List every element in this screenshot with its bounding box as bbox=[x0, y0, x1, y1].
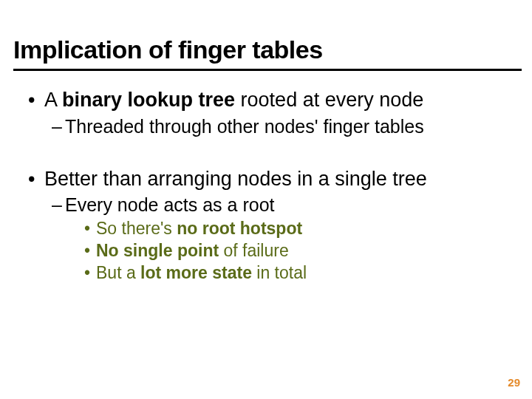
b1-pre: A bbox=[44, 89, 62, 111]
c3-bold: lot more state bbox=[140, 263, 252, 282]
mini-bullet-icon: • bbox=[84, 240, 96, 262]
c2-post: of failure bbox=[219, 241, 289, 260]
slide-body: •A binary lookup tree rooted at every no… bbox=[28, 87, 510, 284]
b2-sub-text: Every node acts as a root bbox=[65, 194, 274, 215]
title-underline bbox=[13, 69, 522, 71]
c3-pre: But a bbox=[96, 263, 140, 282]
bullet-dot-icon: • bbox=[28, 166, 44, 192]
mini-bullet-icon: • bbox=[84, 262, 96, 284]
c3-post: in total bbox=[252, 263, 307, 282]
subsub-3: •But a lot more state in total bbox=[84, 262, 510, 284]
c1-pre: So there's bbox=[96, 219, 177, 238]
spacer bbox=[28, 138, 510, 166]
b1-sub-text: Threaded through other nodes' finger tab… bbox=[65, 116, 424, 137]
b2-text: Better than arranging nodes in a single … bbox=[44, 168, 427, 190]
page-number: 29 bbox=[508, 376, 520, 389]
subsub-1: •So there's no root hotspot bbox=[84, 218, 510, 240]
b1-post: rooted at every node bbox=[235, 89, 423, 111]
c2-bold: No single point bbox=[96, 241, 219, 260]
slide: Implication of finger tables •A binary l… bbox=[0, 0, 532, 399]
mini-bullet-icon: • bbox=[84, 218, 96, 240]
dash-icon: – bbox=[52, 115, 65, 138]
bullet-dot-icon: • bbox=[28, 87, 44, 113]
bullet-2-sub: –Every node acts as a root bbox=[52, 193, 510, 216]
bullet-1: •A binary lookup tree rooted at every no… bbox=[28, 87, 510, 113]
subsub-2: •No single point of failure bbox=[84, 240, 510, 262]
sub-sub-group: •So there's no root hotspot •No single p… bbox=[84, 218, 510, 284]
dash-icon: – bbox=[52, 193, 65, 216]
bullet-2: •Better than arranging nodes in a single… bbox=[28, 166, 510, 192]
b1-bold: binary lookup tree bbox=[62, 89, 235, 111]
slide-title: Implication of finger tables bbox=[13, 35, 323, 64]
c1-bold: no root hotspot bbox=[177, 219, 302, 238]
bullet-1-sub: –Threaded through other nodes' finger ta… bbox=[52, 115, 510, 138]
